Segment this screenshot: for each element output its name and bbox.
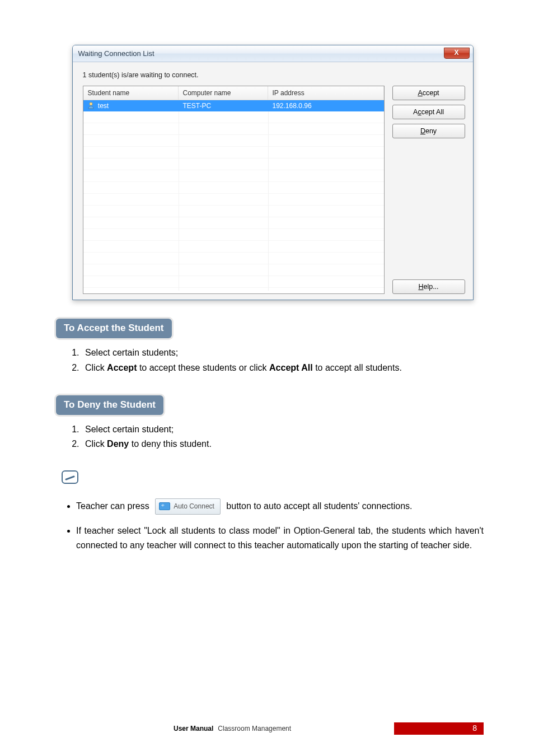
notes-list: Teacher can press Auto Connect button to… [76, 498, 484, 552]
list-item: Teacher can press Auto Connect button to… [76, 498, 484, 515]
listview-header: Student name Computer name IP address [83, 86, 384, 100]
student-icon [88, 102, 94, 109]
deny-button[interactable]: Deny [392, 124, 465, 138]
auto-connect-button[interactable]: Auto Connect [155, 498, 221, 515]
list-item: If teacher select "Lock all students to … [76, 524, 484, 552]
dialog-title: Waiting Connection List [78, 49, 154, 58]
list-item: Select certain student; [82, 423, 484, 437]
list-item: Click Accept to accept these students or… [82, 361, 484, 375]
section-heading-accept: To Accept the Student [56, 319, 172, 338]
accept-button[interactable]: Accept [392, 86, 465, 100]
status-text: 1 student(s) is/are waiting to connect. [83, 71, 465, 79]
dialog-content-row: Student name Computer name IP address te… [83, 86, 465, 294]
footer-user-manual: User Manual [174, 725, 213, 732]
dialog-button-column: Accept Accept All Deny Help... [392, 86, 465, 294]
note-icon [62, 470, 78, 484]
waiting-connection-dialog: Waiting Connection List X 1 student(s) i… [72, 45, 474, 300]
list-item: Select certain students; [82, 346, 484, 360]
footer-classroom: Classroom Management [218, 725, 291, 732]
table-row[interactable]: test TEST-PC 192.168.0.96 [83, 100, 384, 111]
section-heading-deny: To Deny the Student [56, 395, 163, 415]
page-footer: User Manual Classroom Management 8 [0, 722, 534, 735]
close-icon[interactable]: X [444, 48, 470, 59]
dialog-titlebar: Waiting Connection List X [73, 45, 473, 62]
col-ip-address[interactable]: IP address [268, 86, 384, 100]
cell-ip: 192.168.0.96 [268, 100, 384, 111]
cell-student: test [83, 100, 179, 111]
auto-connect-label: Auto Connect [174, 502, 214, 510]
cell-computer: TEST-PC [179, 100, 268, 111]
col-student-name[interactable]: Student name [83, 86, 179, 100]
svg-point-0 [90, 102, 92, 105]
deny-steps: Select certain student; Click Deny to de… [82, 423, 484, 452]
accept-all-button[interactable]: Accept All [392, 105, 465, 119]
cell-student-text: test [98, 102, 109, 110]
help-button[interactable]: Help... [392, 279, 465, 294]
accept-steps: Select certain students; Click Accept to… [82, 346, 484, 375]
list-item: Click Deny to deny this student. [82, 437, 484, 451]
student-listview[interactable]: Student name Computer name IP address te… [83, 86, 385, 294]
page-number-box: 8 [394, 722, 484, 735]
dialog-body: 1 student(s) is/are waiting to connect. … [73, 62, 473, 300]
col-computer-name[interactable]: Computer name [179, 86, 268, 100]
bullet1-before: Teacher can press [76, 501, 149, 511]
listview-empty-grid [83, 111, 384, 291]
bullet1-after: button to auto accept all students' conn… [226, 501, 412, 511]
auto-connect-icon [159, 502, 170, 510]
